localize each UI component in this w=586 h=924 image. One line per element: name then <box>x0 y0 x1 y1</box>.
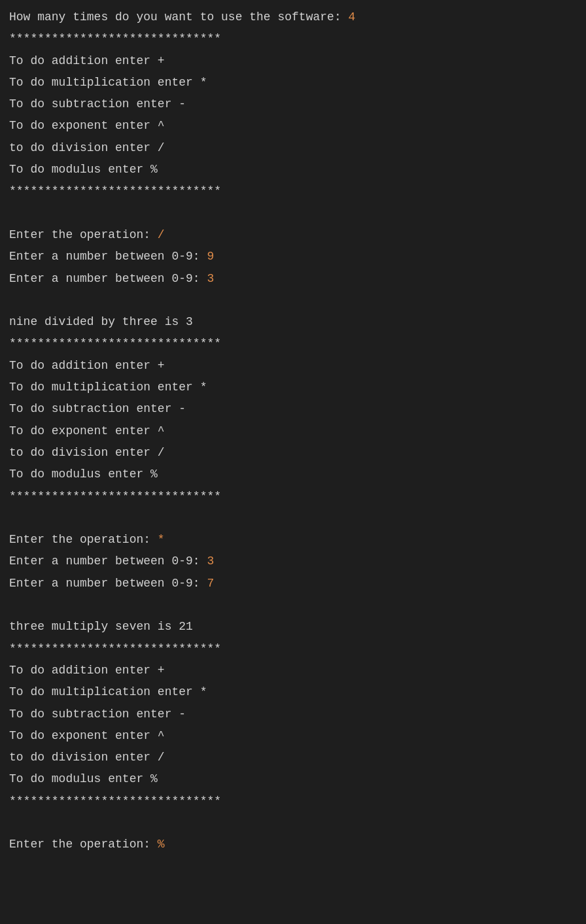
terminal-line: ****************************** <box>9 638 577 660</box>
normal-text: to do division enter / <box>9 141 165 154</box>
terminal-line: Enter a number between 0-9: 9 <box>9 246 577 267</box>
user-input-text: / <box>158 228 165 241</box>
normal-text: three multiply seven is 21 <box>9 620 193 633</box>
user-input-text: 9 <box>207 250 214 263</box>
normal-text: Enter a number between 0-9: <box>9 250 207 263</box>
normal-text: ****************************** <box>9 184 221 197</box>
terminal-line: three multiply seven is 21 <box>9 616 577 638</box>
terminal-line <box>9 290 577 311</box>
terminal-line: Enter the operation: * <box>9 529 577 551</box>
normal-text: To do multiplication enter * <box>9 381 207 394</box>
terminal-line: To do exponent enter ^ <box>9 420 577 442</box>
normal-text: To do subtraction enter - <box>9 97 186 111</box>
normal-text: To do multiplication enter * <box>9 76 207 89</box>
terminal-line: ****************************** <box>9 180 577 202</box>
terminal-line: How many times do you want to use the so… <box>9 7 577 28</box>
normal-text: To do subtraction enter - <box>9 402 186 415</box>
normal-text: Enter the operation: <box>9 533 158 546</box>
terminal-line <box>9 812 577 834</box>
terminal-line: Enter a number between 0-9: 3 <box>9 551 577 572</box>
normal-text: ****************************** <box>9 337 221 350</box>
normal-text: Enter a number between 0-9: <box>9 577 207 590</box>
normal-text: ****************************** <box>9 32 221 45</box>
terminal-line: To do modulus enter % <box>9 159 577 180</box>
normal-text: To do exponent enter ^ <box>9 119 165 132</box>
normal-text: Enter a number between 0-9: <box>9 555 207 568</box>
normal-text: nine divided by three is 3 <box>9 315 193 328</box>
terminal-line: to do division enter / <box>9 442 577 464</box>
user-input-text: % <box>158 838 165 851</box>
terminal-line: To do multiplication enter * <box>9 681 577 703</box>
normal-text: To do modulus enter % <box>9 772 158 785</box>
terminal-line: To do addition enter + <box>9 660 577 681</box>
terminal-line: Enter a number between 0-9: 7 <box>9 573 577 594</box>
normal-text: To do addition enter + <box>9 359 165 372</box>
terminal-line: To do multiplication enter * <box>9 72 577 94</box>
normal-text: Enter the operation: <box>9 228 158 241</box>
normal-text: How many times do you want to use the so… <box>9 10 348 24</box>
normal-text: To do modulus enter % <box>9 468 158 481</box>
terminal-line <box>9 203 577 224</box>
terminal-line <box>9 594 577 616</box>
normal-text: To do exponent enter ^ <box>9 424 165 437</box>
normal-text: to do division enter / <box>9 446 165 459</box>
normal-text: Enter the operation: <box>9 838 158 851</box>
terminal-line: To do subtraction enter - <box>9 94 577 115</box>
terminal-line: To do multiplication enter * <box>9 377 577 398</box>
normal-text: ****************************** <box>9 642 221 655</box>
terminal-output: How many times do you want to use the so… <box>9 7 577 856</box>
normal-text: To do subtraction enter - <box>9 708 186 721</box>
terminal-line: ****************************** <box>9 791 577 812</box>
normal-text: to do division enter / <box>9 751 165 764</box>
terminal-line: To do subtraction enter - <box>9 704 577 725</box>
user-input-text: 7 <box>207 577 214 590</box>
normal-text: To do modulus enter % <box>9 163 158 176</box>
terminal-line: nine divided by three is 3 <box>9 311 577 333</box>
terminal-line: To do modulus enter % <box>9 464 577 485</box>
terminal-line: to do division enter / <box>9 747 577 768</box>
normal-text: Enter a number between 0-9: <box>9 272 207 285</box>
user-input-text: 4 <box>348 10 355 24</box>
terminal-line: To do exponent enter ^ <box>9 115 577 137</box>
normal-text: To do multiplication enter * <box>9 685 207 698</box>
terminal-line: Enter a number between 0-9: 3 <box>9 268 577 290</box>
terminal-line: To do subtraction enter - <box>9 398 577 420</box>
terminal-line: Enter the operation: % <box>9 834 577 855</box>
terminal-line: ****************************** <box>9 333 577 354</box>
terminal-line: To do exponent enter ^ <box>9 725 577 747</box>
terminal-line: To do addition enter + <box>9 50 577 72</box>
normal-text: To do addition enter + <box>9 54 165 67</box>
terminal-line: To do modulus enter % <box>9 768 577 790</box>
normal-text: To do addition enter + <box>9 664 165 677</box>
normal-text: To do exponent enter ^ <box>9 729 165 742</box>
terminal-line <box>9 507 577 529</box>
terminal-line: To do addition enter + <box>9 355 577 377</box>
terminal-line: to do division enter / <box>9 137 577 159</box>
user-input-text: 3 <box>207 272 214 285</box>
normal-text: ****************************** <box>9 490 221 503</box>
terminal-line: ****************************** <box>9 486 577 507</box>
user-input-text: 3 <box>207 555 214 568</box>
user-input-text: * <box>158 533 165 546</box>
terminal-line: Enter the operation: / <box>9 224 577 246</box>
normal-text: ****************************** <box>9 795 221 808</box>
terminal-line: ****************************** <box>9 28 577 50</box>
